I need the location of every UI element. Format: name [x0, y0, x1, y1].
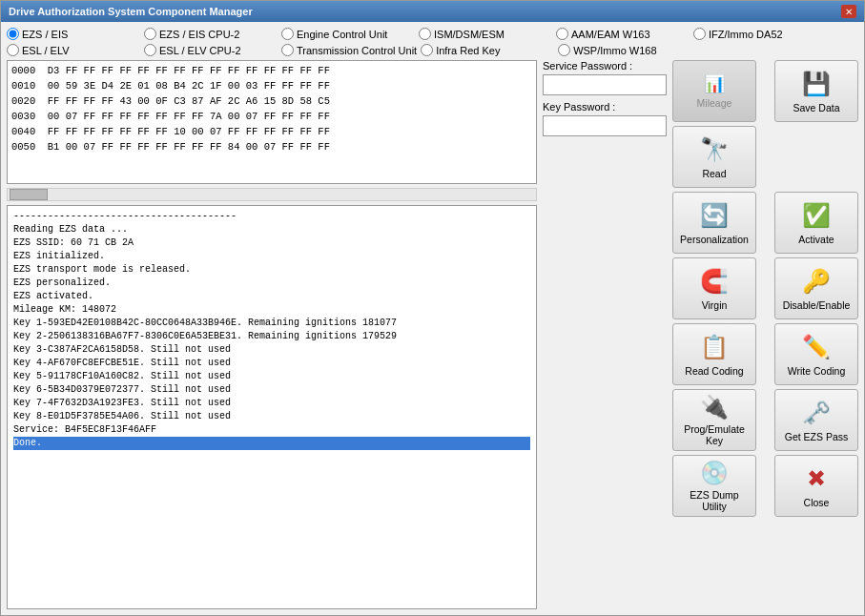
radio-engine-control[interactable]: Engine Control Unit	[281, 28, 415, 40]
log-row: Key 8-E01D5F3785E54A06. Still not used	[13, 410, 530, 423]
radio-esl-elv-cpu2[interactable]: ESL / ELV CPU-2	[144, 44, 278, 56]
log-row: ---------------------------------------	[13, 210, 530, 223]
log-row: Key 6-5B34D0379E072377. Still not used	[13, 383, 530, 397]
read-coding-button[interactable]: 📋 Read Coding	[672, 323, 756, 385]
personalization-icon: 🔄	[699, 200, 730, 231]
radio-aam-eam[interactable]: AAM/EAM W163	[556, 28, 690, 40]
main-window: Drive Authorization System Component Man…	[0, 0, 865, 616]
close-button[interactable]: ✖ Close	[774, 455, 858, 517]
personalization-button[interactable]: 🔄 Personalization	[672, 192, 756, 254]
get-ezs-pass-icon: 🗝️	[801, 398, 832, 428]
button-row-2: 🔭 Read	[672, 126, 858, 188]
button-row-3: 🔄 Personalization ✅ Activate	[672, 192, 858, 254]
content-area: EZS / EIS EZS / EIS CPU-2 Engine Control…	[1, 22, 864, 615]
hex-row: 0000 D3 FF FF FF FF FF FF FF FF FF FF FF…	[11, 63, 532, 78]
left-panel: 0000 D3 FF FF FF FF FF FF FF FF FF FF FF…	[7, 60, 537, 609]
activate-label: Activate	[798, 234, 834, 245]
prog-emulate-label: Prog/Emulate Key	[677, 423, 752, 446]
ezs-dump-button[interactable]: 💿 EZS Dump Utility	[672, 455, 756, 517]
activate-button[interactable]: ✅ Activate	[774, 192, 858, 254]
write-coding-button[interactable]: ✏️ Write Coding	[774, 323, 858, 385]
get-ezs-pass-button[interactable]: 🗝️ Get EZS Pass	[774, 389, 858, 451]
log-row: Mileage KM: 148072	[13, 303, 530, 317]
log-row: Service: B4F5EC8F13F46AFF	[13, 423, 530, 437]
hex-scrollbar[interactable]	[7, 188, 537, 201]
prog-emulate-button[interactable]: 🔌 Prog/Emulate Key	[672, 389, 756, 451]
save-data-icon: 💾	[801, 69, 832, 99]
button-row-6: 🔌 Prog/Emulate Key 🗝️ Get EZS Pass	[672, 389, 858, 451]
virgin-label: Virgin	[702, 299, 728, 311]
log-row: Key 5-91178CF10A160C82. Still not used	[13, 370, 530, 383]
radio-ifz-immo[interactable]: IFZ/Immo DA52	[693, 28, 827, 40]
log-row: Reading EZS data ...	[13, 223, 530, 236]
hex-row: 0010 00 59 3E D4 2E 01 08 B4 2C 1F 00 03…	[11, 78, 532, 93]
radio-esl-elv[interactable]: ESL / ELV	[7, 44, 140, 56]
disable-enable-label: Disable/Enable	[783, 299, 851, 311]
hex-row: 0050 B1 00 07 FF FF FF FF FF FF FF 84 00…	[11, 139, 532, 154]
log-row: EZS personalized.	[13, 277, 530, 290]
virgin-button[interactable]: 🧲 Virgin	[672, 257, 756, 319]
service-password-label: Service Password :	[543, 60, 667, 72]
button-row-4: 🧲 Virgin 🔑 Disable/Enable	[672, 257, 858, 319]
activate-icon: ✅	[801, 200, 832, 231]
hex-row: 0040 FF FF FF FF FF FF FF 10 00 07 FF FF…	[11, 124, 532, 139]
hex-row: 0020 FF FF FF FF 43 00 0F C3 87 AF 2C A6…	[11, 93, 532, 109]
log-row: EZS activated.	[13, 290, 530, 303]
prog-emulate-icon: 🔌	[699, 394, 730, 421]
close-window-button[interactable]: ✕	[841, 5, 856, 18]
radio-ezs-eis[interactable]: EZS / EIS	[7, 28, 140, 40]
disable-enable-icon: 🔑	[801, 266, 832, 297]
button-row-7: 💿 EZS Dump Utility ✖ Close	[672, 455, 858, 517]
middle-panel: Service Password : Key Password :	[543, 60, 667, 609]
log-row: Key 7-4F7632D3A1923FE3. Still not used	[13, 397, 530, 410]
read-coding-icon: 📋	[699, 332, 730, 362]
read-label: Read	[702, 168, 726, 179]
read-coding-label: Read Coding	[685, 365, 743, 377]
button-row-5: 📋 Read Coding ✏️ Write Coding	[672, 323, 858, 385]
radio-row-1: EZS / EIS EZS / EIS CPU-2 Engine Control…	[7, 28, 858, 40]
close-label: Close	[804, 497, 830, 508]
radio-wsp-immo[interactable]: WSP/Immo W168	[558, 44, 691, 56]
radio-transmission[interactable]: Transmission Control Unit	[281, 44, 417, 56]
radio-ezs-eis-cpu2[interactable]: EZS / EIS CPU-2	[144, 28, 278, 40]
key-password-label: Key Password :	[543, 101, 667, 113]
get-ezs-pass-label: Get EZS Pass	[785, 431, 849, 442]
log-row: Key 3-C387AF2CA6158D58. Still not used	[13, 343, 530, 357]
log-row: Done.	[13, 437, 530, 450]
log-row: Key 2-2506138316BA67F7-8306C0E6A53EBE31.…	[13, 330, 530, 343]
write-coding-label: Write Coding	[788, 365, 846, 377]
scrollbar-thumb	[10, 189, 48, 200]
save-data-button[interactable]: 💾 Save Data	[774, 60, 858, 122]
radio-ism-dsm[interactable]: ISM/DSM/ESM	[419, 28, 552, 40]
read-icon: 🔭	[699, 134, 730, 165]
hex-row: 0030 00 07 FF FF FF FF FF FF FF 7A 00 07…	[11, 109, 532, 124]
mileage-label: Mileage	[697, 97, 732, 109]
virgin-icon: 🧲	[699, 266, 730, 297]
ezs-dump-icon: 💿	[699, 460, 730, 486]
read-button[interactable]: 🔭 Read	[672, 126, 756, 188]
hex-view[interactable]: 0000 D3 FF FF FF FF FF FF FF FF FF FF FF…	[7, 60, 537, 184]
log-row: EZS initialized.	[13, 250, 530, 263]
radio-row-2: ESL / ELV ESL / ELV CPU-2 Transmission C…	[7, 44, 858, 56]
mileage-icon: 📊	[704, 73, 725, 94]
right-panel: 📊 Mileage 💾 Save Data 🔭 Read	[672, 60, 858, 609]
radio-infra-red[interactable]: Infra Red Key	[421, 44, 554, 56]
service-password-section: Service Password :	[543, 60, 667, 95]
button-row-1: 📊 Mileage 💾 Save Data	[672, 60, 858, 122]
title-bar: Drive Authorization System Component Man…	[1, 1, 864, 22]
ezs-dump-label: EZS Dump Utility	[690, 489, 738, 512]
disable-enable-button[interactable]: 🔑 Disable/Enable	[774, 257, 858, 319]
save-data-label: Save Data	[793, 102, 839, 113]
personalization-label: Personalization	[680, 234, 749, 245]
window-title: Drive Authorization System Component Man…	[9, 6, 253, 17]
log-view[interactable]: ---------------------------------------R…	[7, 205, 537, 609]
mileage-button: 📊 Mileage	[672, 60, 756, 122]
key-password-input[interactable]	[543, 115, 667, 136]
log-row: Key 4-AF670FC8EFCBE51E. Still not used	[13, 357, 530, 370]
service-password-input[interactable]	[543, 74, 667, 95]
close-icon: ✖	[801, 463, 832, 494]
log-row: EZS SSID: 60 71 CB 2A	[13, 236, 530, 250]
log-row: EZS transport mode is released.	[13, 263, 530, 277]
log-row: Key 1-593ED42E0108B42C-80CC0648A33B946E.…	[13, 317, 530, 330]
write-coding-icon: ✏️	[801, 332, 832, 362]
